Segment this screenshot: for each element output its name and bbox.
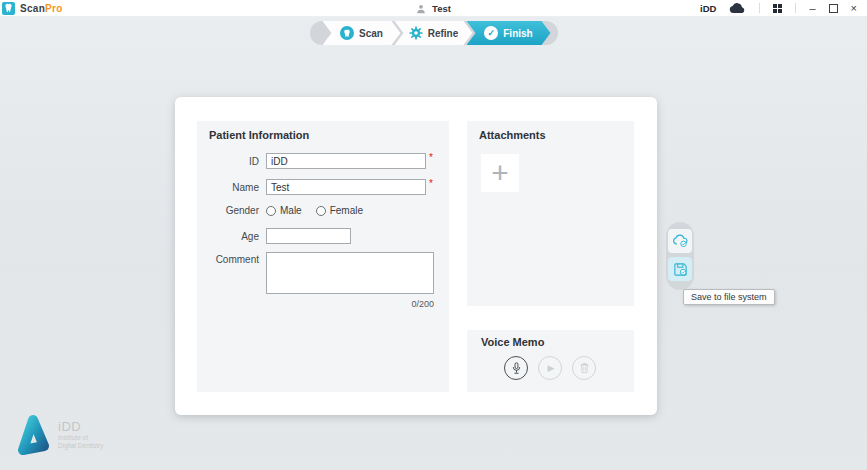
id-row: ID * [197, 153, 433, 169]
attachments-panel: Attachments + [467, 121, 634, 306]
restore-button[interactable] [829, 4, 838, 13]
footer-text: iDD Institute of Digital Dentistry [58, 419, 104, 450]
gender-male-label: Male [280, 205, 302, 216]
gender-male-radio[interactable] [266, 206, 276, 216]
tooth-icon [343, 29, 351, 38]
voice-memo-title: Voice Memo [481, 336, 544, 348]
play-voice-button[interactable]: ▶ [538, 356, 562, 380]
minimize-button[interactable]: – [809, 0, 815, 17]
trash-icon [579, 362, 590, 374]
tab-finish[interactable]: ✓ Finish [467, 21, 551, 45]
titlebar: ScanPro Test iDD – × [0, 0, 867, 17]
id-required-mark: * [429, 153, 433, 163]
workflow-stepper: Scan Refine ✓ Finish [310, 21, 558, 45]
id-input[interactable] [266, 153, 426, 169]
comment-textarea[interactable] [266, 252, 434, 294]
tab-scan[interactable]: Scan [323, 21, 401, 45]
cloud-icon[interactable] [729, 3, 746, 14]
save-toolbar [666, 222, 694, 290]
comment-char-counter: 0/200 [266, 299, 434, 309]
patient-information-panel: Patient Information ID * Name * Gender M… [197, 121, 449, 392]
titlebar-controls: iDD – × [700, 0, 867, 17]
age-input[interactable] [266, 228, 351, 244]
scan-step-icon [340, 26, 354, 40]
gear-icon [409, 26, 423, 40]
name-input[interactable] [266, 179, 426, 195]
divider [759, 3, 760, 13]
age-label: Age [197, 231, 259, 242]
microphone-icon [511, 362, 522, 375]
footer-logo: iDD Institute of Digital Dentistry [16, 413, 104, 459]
name-row: Name * [197, 179, 433, 195]
patient-card: Patient Information ID * Name * Gender M… [175, 97, 657, 415]
main-area: Scan Refine ✓ Finish [0, 17, 867, 470]
name-required-mark: * [429, 179, 433, 189]
gender-row: Gender Male Female [197, 205, 363, 216]
age-row: Age [197, 228, 351, 244]
titlebar-username: Test [432, 3, 451, 14]
user-icon [416, 4, 426, 14]
name-label: Name [197, 182, 259, 193]
tab-refine[interactable]: Refine [395, 21, 473, 45]
idd-logo-icon [16, 413, 50, 459]
attachments-title: Attachments [479, 129, 546, 141]
save-file-icon [673, 262, 688, 277]
footer-line2: Digital Dentistry [58, 442, 104, 450]
gender-female-label: Female [330, 205, 363, 216]
titlebar-brand: iDD [700, 3, 716, 14]
footer-line1: Institute of [58, 434, 104, 442]
tab-finish-label: Finish [503, 28, 532, 39]
footer-brand: iDD [58, 419, 104, 434]
delete-voice-button[interactable] [572, 356, 596, 380]
close-button[interactable]: × [851, 0, 857, 17]
cloud-upload-icon [672, 234, 689, 248]
save-tooltip: Save to file system [683, 289, 775, 305]
gender-label: Gender [197, 205, 259, 216]
check-circle-icon: ✓ [484, 26, 498, 40]
id-label: ID [197, 156, 259, 167]
tab-refine-label: Refine [428, 28, 459, 39]
tab-scan-label: Scan [359, 28, 383, 39]
add-attachment-button[interactable]: + [481, 154, 519, 192]
comment-row: Comment [197, 252, 434, 294]
comment-label: Comment [197, 254, 259, 265]
apps-grid-icon[interactable] [773, 4, 782, 13]
divider [795, 3, 796, 13]
save-to-cloud-button[interactable] [668, 229, 692, 253]
plus-icon: + [491, 158, 509, 188]
voice-memo-panel: Voice Memo ▶ [467, 330, 634, 392]
gender-female-radio[interactable] [316, 206, 326, 216]
play-icon: ▶ [548, 363, 555, 373]
patient-information-title: Patient Information [209, 129, 309, 141]
save-to-file-button[interactable] [668, 257, 692, 281]
record-voice-button[interactable] [504, 356, 528, 380]
